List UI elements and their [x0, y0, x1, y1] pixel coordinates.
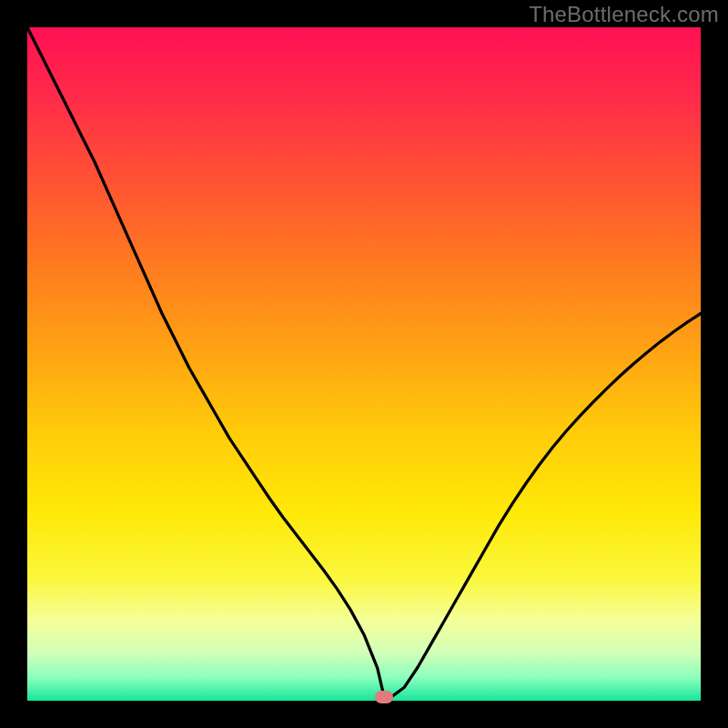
- watermark-text: TheBottleneck.com: [529, 2, 719, 27]
- gradient-background: [27, 27, 701, 701]
- minimum-marker: [375, 691, 393, 703]
- plot-svg: [27, 27, 701, 701]
- chart-frame: TheBottleneck.com: [0, 0, 728, 728]
